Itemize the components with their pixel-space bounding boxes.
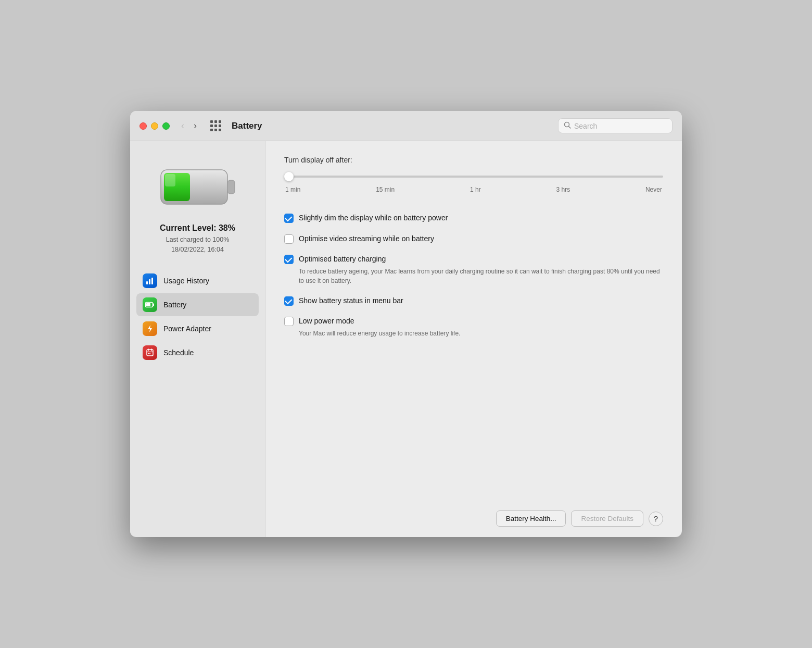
svg-rect-17	[148, 353, 149, 354]
svg-rect-11	[153, 303, 155, 306]
checkbox-show-battery-status[interactable]	[284, 296, 294, 306]
checkbox-optimise-video[interactable]	[284, 234, 294, 244]
option-text-show-battery-status: Show battery status in menu bar	[299, 296, 663, 306]
svg-rect-8	[151, 278, 153, 284]
settings-window: ‹ › Battery	[130, 111, 682, 537]
option-show-battery-status: Show battery status in menu bar	[284, 291, 663, 311]
sidebar-item-label: Battery	[163, 301, 186, 309]
svg-line-1	[569, 127, 571, 129]
battery-nav-icon	[143, 297, 157, 312]
svg-rect-10	[146, 303, 150, 306]
battery-health-button[interactable]: Battery Health...	[496, 510, 566, 527]
options-list: Slightly dim the display while on batter…	[284, 208, 663, 343]
search-box[interactable]	[558, 118, 673, 133]
svg-rect-18	[149, 353, 150, 354]
svg-marker-12	[148, 325, 152, 332]
back-button[interactable]: ‹	[178, 119, 187, 132]
sidebar-item-schedule[interactable]: Schedule	[136, 341, 259, 364]
checkbox-low-power-mode[interactable]	[284, 317, 294, 326]
grid-dot	[219, 120, 221, 123]
option-text-optimised-charging: Optimised battery charging To reduce bat…	[299, 254, 663, 285]
option-label-optimised-charging: Optimised battery charging	[299, 254, 663, 265]
option-text-low-power-mode: Low power mode Your Mac will reduce ener…	[299, 316, 663, 338]
display-off-label: Turn display off after:	[284, 156, 663, 164]
option-text-optimise-video: Optimise video streaming while on batter…	[299, 234, 663, 244]
battery-info: Current Level: 38% Last charged to 100% …	[160, 223, 235, 255]
grid-dot	[210, 120, 213, 123]
option-desc-optimised-charging: To reduce battery ageing, your Mac learn…	[299, 267, 663, 285]
tick-1hr: 1 hr	[470, 186, 481, 193]
close-button[interactable]	[139, 122, 147, 130]
option-label-optimise-video: Optimise video streaming while on batter…	[299, 234, 663, 244]
svg-rect-6	[146, 281, 148, 284]
last-charged-text: Last charged to 100% 18/02/2022, 16:04	[160, 235, 235, 255]
sidebar-item-power-adapter[interactable]: Power Adapter	[136, 317, 259, 340]
tick-1min: 1 min	[285, 186, 300, 193]
grid-dot	[210, 129, 213, 131]
titlebar: ‹ › Battery	[130, 111, 682, 141]
grid-dot	[214, 124, 217, 127]
svg-rect-13	[147, 350, 153, 356]
window-title: Battery	[232, 121, 550, 131]
sidebar-item-label: Schedule	[163, 348, 194, 357]
grid-dot	[219, 129, 221, 131]
fullscreen-button[interactable]	[162, 122, 170, 130]
option-label-dim-display: Slightly dim the display while on batter…	[299, 213, 663, 223]
traffic-lights	[139, 122, 170, 130]
sidebar-item-label: Power Adapter	[163, 325, 211, 333]
tick-15min: 15 min	[376, 186, 395, 193]
display-off-slider-section: Turn display off after: 1 min 15 min 1 h…	[284, 156, 663, 193]
battery-image	[156, 162, 239, 214]
sidebar-item-battery[interactable]: Battery	[136, 293, 259, 316]
option-dim-display: Slightly dim the display while on batter…	[284, 208, 663, 229]
restore-defaults-button[interactable]: Restore Defaults	[571, 510, 643, 527]
option-text-dim-display: Slightly dim the display while on batter…	[299, 213, 663, 223]
schedule-icon	[143, 345, 157, 360]
checkbox-dim-display[interactable]	[284, 214, 294, 223]
slider-ticks: 1 min 15 min 1 hr 3 hrs Never	[284, 186, 663, 193]
battery-illustration	[159, 164, 237, 213]
minimize-button[interactable]	[151, 122, 158, 130]
slider-thumb[interactable]	[284, 172, 294, 181]
svg-rect-3	[227, 180, 235, 194]
option-label-low-power-mode: Low power mode	[299, 316, 663, 327]
grid-dot	[214, 120, 217, 123]
svg-rect-5	[165, 174, 175, 186]
grid-dot	[214, 129, 217, 131]
grid-dot	[210, 124, 213, 127]
svg-rect-7	[149, 279, 150, 284]
battery-level-text: Current Level: 38%	[160, 223, 235, 233]
tick-never: Never	[645, 186, 662, 193]
sidebar: Current Level: 38% Last charged to 100% …	[130, 141, 265, 537]
option-optimise-video: Optimise video streaming while on batter…	[284, 229, 663, 250]
search-icon	[564, 121, 571, 130]
sidebar-nav: Usage History Battery	[136, 269, 259, 364]
option-label-show-battery-status: Show battery status in menu bar	[299, 296, 663, 306]
sidebar-item-label: Usage History	[163, 277, 209, 285]
content-area: Current Level: 38% Last charged to 100% …	[130, 141, 682, 537]
option-optimised-charging: Optimised battery charging To reduce bat…	[284, 249, 663, 291]
power-icon	[143, 321, 157, 336]
main-panel: Turn display off after: 1 min 15 min 1 h…	[265, 141, 682, 537]
slider-track	[284, 176, 663, 178]
bottom-bar: Battery Health... Restore Defaults ?	[284, 500, 663, 527]
forward-button[interactable]: ›	[191, 119, 200, 132]
search-input[interactable]	[574, 122, 667, 130]
checkbox-optimised-charging[interactable]	[284, 255, 294, 264]
option-low-power-mode: Low power mode Your Mac will reduce ener…	[284, 311, 663, 343]
slider-track-container[interactable]	[284, 170, 663, 183]
help-button[interactable]: ?	[649, 512, 663, 526]
grid-dot	[219, 124, 221, 127]
sidebar-item-usage-history[interactable]: Usage History	[136, 269, 259, 292]
nav-buttons: ‹ ›	[178, 119, 200, 132]
tick-3hrs: 3 hrs	[556, 186, 570, 193]
grid-icon[interactable]	[210, 120, 221, 131]
chart-icon	[143, 273, 157, 288]
option-desc-low-power-mode: Your Mac will reduce energy usage to inc…	[299, 329, 663, 338]
